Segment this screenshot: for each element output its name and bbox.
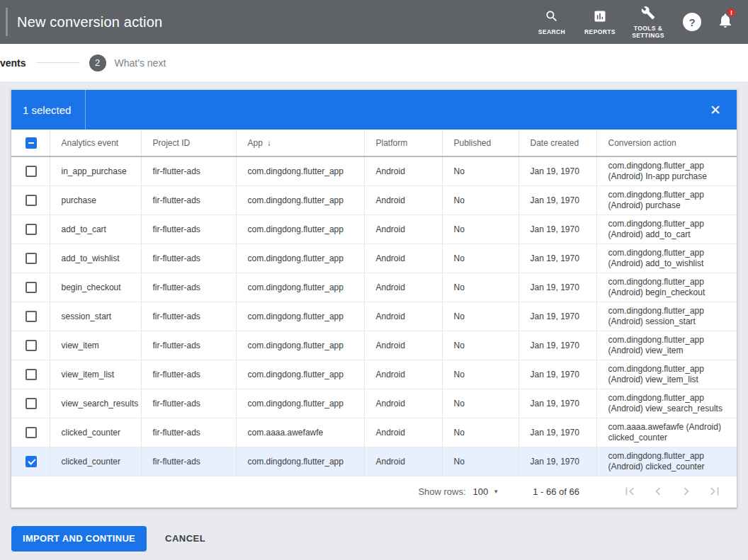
select-all-cell[interactable] xyxy=(11,130,50,156)
first-page-icon[interactable] xyxy=(622,484,639,501)
row-checkbox[interactable] xyxy=(26,253,37,264)
cell-published: No xyxy=(442,215,518,244)
row-checkbox[interactable] xyxy=(26,282,37,293)
row-checkbox-cell[interactable] xyxy=(11,447,50,476)
table-row[interactable]: add_to_cart fir-flutter-ads com.dingdong… xyxy=(11,215,737,244)
table-row[interactable]: clicked_counter fir-flutter-ads com.aaaa… xyxy=(11,418,737,447)
row-checkbox[interactable] xyxy=(26,369,37,380)
pagination-controls xyxy=(611,484,724,501)
cell-app: com.aaaa.awefawfe xyxy=(236,418,364,447)
row-checkbox-cell[interactable] xyxy=(11,331,50,360)
table-row[interactable]: purchase fir-flutter-ads com.dingdong.fl… xyxy=(11,185,737,215)
column-header-analytics-event[interactable]: Analytics event xyxy=(50,130,141,156)
import-and-continue-button[interactable]: IMPORT AND CONTINUE xyxy=(11,526,147,552)
tools-settings-nav-label: TOOLS & SETTINGS xyxy=(625,25,672,39)
cell-conversion-action: com.dingdong.flutter_app (Android) begin… xyxy=(596,273,737,302)
show-rows-select[interactable]: 100 ▼ xyxy=(473,486,499,497)
column-header-published[interactable]: Published xyxy=(442,130,518,156)
cell-conversion-action: com.dingdong.flutter_app (Android) add_t… xyxy=(596,215,737,244)
appbar-accent-bar xyxy=(6,8,8,36)
cell-conversion-action: com.dingdong.flutter_app (Android) In-ap… xyxy=(596,156,737,185)
cell-project-id: fir-flutter-ads xyxy=(141,156,236,185)
cell-project-id: fir-flutter-ads xyxy=(141,185,236,215)
cell-published: No xyxy=(442,360,518,389)
cell-published: No xyxy=(442,302,518,331)
select-all-checkbox[interactable] xyxy=(26,137,37,149)
row-checkbox-cell[interactable] xyxy=(11,244,50,273)
previous-page-icon[interactable] xyxy=(650,484,667,501)
reports-icon xyxy=(593,9,607,26)
step2-circle[interactable]: 2 xyxy=(89,55,106,72)
cancel-button[interactable]: CANCEL xyxy=(165,533,205,544)
events-table: Analytics event Project ID App↓ Platform… xyxy=(11,130,737,476)
search-nav-button[interactable]: SEARCH xyxy=(528,9,575,35)
cell-platform: Android xyxy=(364,447,442,476)
cell-date-created: Jan 19, 1970 xyxy=(518,156,596,185)
reports-nav-button[interactable]: REPORTS xyxy=(577,9,623,35)
tools-settings-nav-button[interactable]: TOOLS & SETTINGS xyxy=(625,6,672,39)
row-checkbox[interactable] xyxy=(26,195,37,206)
row-checkbox-cell[interactable] xyxy=(11,418,50,447)
column-header-platform[interactable]: Platform xyxy=(364,130,442,156)
cell-platform: Android xyxy=(364,156,442,185)
cell-date-created: Jan 19, 1970 xyxy=(518,447,596,476)
cell-date-created: Jan 19, 1970 xyxy=(518,331,596,360)
table-row[interactable]: session_start fir-flutter-ads com.dingdo… xyxy=(11,302,737,331)
cell-analytics-event: clicked_counter xyxy=(50,418,141,447)
cell-analytics-event: view_item xyxy=(50,331,141,360)
column-header-conversion-action[interactable]: Conversion action xyxy=(596,130,737,156)
row-checkbox-cell[interactable] xyxy=(11,273,50,302)
cell-app: com.dingdong.flutter_app xyxy=(236,156,364,185)
row-checkbox-cell[interactable] xyxy=(11,389,50,418)
action-bar: IMPORT AND CONTINUE CANCEL xyxy=(11,526,737,552)
cell-app: com.dingdong.flutter_app xyxy=(236,360,364,389)
table-row[interactable]: view_search_results fir-flutter-ads com.… xyxy=(11,389,737,418)
show-rows-label: Show rows: xyxy=(418,486,465,497)
row-checkbox[interactable] xyxy=(26,311,37,322)
notifications-button[interactable]: ! xyxy=(717,12,734,32)
row-checkbox[interactable] xyxy=(26,427,37,438)
table-row[interactable]: view_item fir-flutter-ads com.dingdong.f… xyxy=(11,331,737,360)
last-page-icon[interactable] xyxy=(707,484,724,501)
row-checkbox[interactable] xyxy=(26,224,37,235)
column-header-date-created[interactable]: Date created xyxy=(518,130,596,156)
cell-project-id: fir-flutter-ads xyxy=(141,244,236,273)
row-checkbox-cell[interactable] xyxy=(11,215,50,244)
row-checkbox[interactable] xyxy=(26,456,37,467)
cell-conversion-action: com.dingdong.flutter_app (Android) click… xyxy=(596,447,737,476)
cell-analytics-event: begin_checkout xyxy=(50,273,141,302)
cell-published: No xyxy=(442,447,518,476)
next-page-icon[interactable] xyxy=(679,484,696,501)
row-checkbox-cell[interactable] xyxy=(11,185,50,215)
table-row[interactable]: add_to_wishlist fir-flutter-ads com.ding… xyxy=(11,244,737,273)
stepper-connector-line xyxy=(36,62,80,63)
table-body: in_app_purchase fir-flutter-ads com.ding… xyxy=(11,156,737,476)
close-icon[interactable]: ✕ xyxy=(710,103,737,117)
column-header-project-id[interactable]: Project ID xyxy=(141,130,236,156)
cell-date-created: Jan 19, 1970 xyxy=(518,215,596,244)
row-checkbox-cell[interactable] xyxy=(11,360,50,389)
appbar: New conversion action SEARCH REPORTS TOO… xyxy=(0,0,748,44)
row-checkbox-cell[interactable] xyxy=(11,302,50,331)
column-header-app[interactable]: App↓ xyxy=(236,130,364,156)
row-checkbox[interactable] xyxy=(26,166,37,177)
reports-nav-label: REPORTS xyxy=(584,28,616,35)
cell-conversion-action: com.aaaa.awefawfe (Android) clicked_coun… xyxy=(596,418,737,447)
help-button[interactable]: ? xyxy=(683,13,701,31)
step2-label[interactable]: What's next xyxy=(115,57,166,69)
row-checkbox-cell[interactable] xyxy=(11,156,50,185)
table-row[interactable]: in_app_purchase fir-flutter-ads com.ding… xyxy=(11,156,737,185)
step1-label-partial[interactable]: vents xyxy=(0,57,26,69)
cell-analytics-event: add_to_cart xyxy=(50,215,141,244)
cell-project-id: fir-flutter-ads xyxy=(141,447,236,476)
cell-analytics-event: add_to_wishlist xyxy=(50,244,141,273)
cell-app: com.dingdong.flutter_app xyxy=(236,185,364,215)
cell-app: com.dingdong.flutter_app xyxy=(236,331,364,360)
row-checkbox[interactable] xyxy=(26,340,37,351)
row-checkbox[interactable] xyxy=(26,398,37,409)
table-row[interactable]: clicked_counter fir-flutter-ads com.ding… xyxy=(11,447,737,476)
table-row[interactable]: view_item_list fir-flutter-ads com.dingd… xyxy=(11,360,737,389)
table-row[interactable]: begin_checkout fir-flutter-ads com.dingd… xyxy=(11,273,737,302)
cell-platform: Android xyxy=(364,360,442,389)
pagination-range: 1 - 66 of 66 xyxy=(533,486,579,497)
